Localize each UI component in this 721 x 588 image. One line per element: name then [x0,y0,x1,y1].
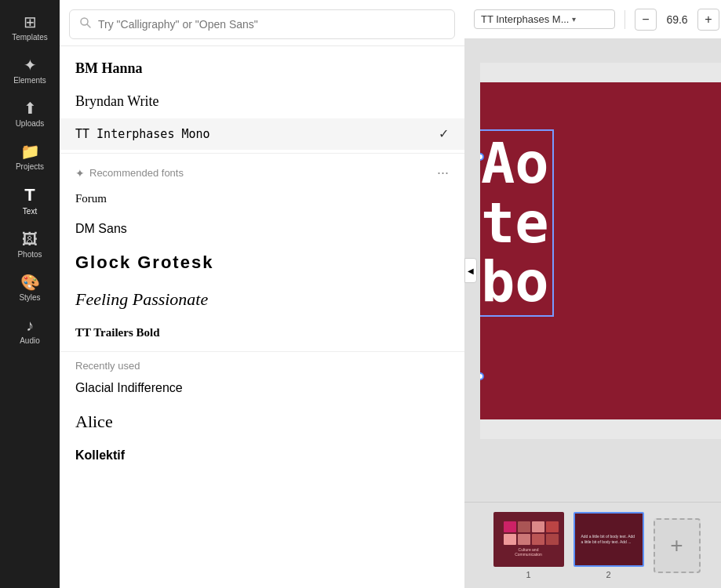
sidebar-item-label: Uploads [16,119,45,128]
font-item-alice[interactable]: Alice [60,404,464,441]
right-area: TT Interphases M... ▾ − 69.6 + ◀ Aotebo [464,0,721,588]
sidebar-item-uploads[interactable]: ⬆ Uploads [0,93,60,136]
sidebar-item-label: Audio [20,336,40,345]
font-selector[interactable]: TT Interphases M... ▾ [474,9,615,29]
sidebar-item-text[interactable]: T Text [0,179,60,223]
thumb-grid [504,521,552,545]
thumb2-body-text: Add a little bit of body text. Add a lit… [578,531,639,547]
selected-checkmark: ✓ [439,126,449,141]
svg-line-1 [87,24,90,27]
selection-handle-bottom-left[interactable] [480,372,484,380]
font-size-value: 69.6 [663,13,691,26]
font-item-bm-hanna[interactable]: BM Hanna [60,53,464,85]
audio-icon: ♪ [26,318,34,333]
sidebar-item-label: Templates [12,33,48,42]
divider-2 [60,351,464,352]
sidebar-item-audio[interactable]: ♪ Audio [0,310,60,353]
canvas-area: ◀ Aotebo [464,39,721,502]
recommended-label: Recommended fonts [89,167,184,179]
sidebar-item-label: Photos [17,250,42,259]
font-panel: BM Hanna Bryndan Write TT Interphases Mo… [60,0,464,588]
font-item-feeling-passionate[interactable]: Feeling Passionate [60,281,464,318]
font-item-tt-trailers[interactable]: TT Trailers Bold [60,318,464,348]
thumbnail-1[interactable]: Culture andCommunication [493,512,564,567]
projects-icon: 📁 [20,143,40,159]
font-item-glock[interactable]: Glock Grotesk [60,245,464,281]
font-selector-name: TT Interphases M... [481,13,569,25]
recently-used-label: Recently used [60,355,464,373]
sidebar-item-label: Styles [19,293,40,302]
sidebar: ⊞ Templates ✦ Elements ⬆ Uploads 📁 Proje… [0,0,60,588]
sidebar-item-styles[interactable]: 🎨 Styles [0,267,60,310]
sparkle-icon: ✦ [75,167,85,180]
sidebar-item-label: Text [23,207,37,216]
font-item-bryndan[interactable]: Bryndan Write [60,85,464,118]
font-item-tt-interphases[interactable]: TT Interphases Mono ✓ [60,118,464,150]
thumbnail-wrapper-1: Culture andCommunication 1 [493,512,564,579]
divider [60,153,464,154]
search-icon [79,16,92,32]
increase-font-size-button[interactable]: + [697,9,719,31]
sidebar-item-label: Elements [13,76,46,85]
toolbar: TT Interphases M... ▾ − 69.6 + [464,0,721,39]
font-list: BM Hanna Bryndan Write TT Interphases Mo… [60,46,464,588]
thumb-inner-1: Culture andCommunication [495,514,563,565]
sidebar-item-label: Projects [16,162,44,171]
thumb1-text: Culture andCommunication [515,547,542,557]
font-search-input[interactable] [98,18,445,31]
thumb-inner-2: Add a little bit of body text. Add a lit… [575,514,643,565]
thumb-number-2: 2 [606,570,610,579]
elements-icon: ✦ [24,57,37,73]
thumbnail-wrapper-2: Add a little bit of body text. Add a lit… [574,512,644,579]
font-item-kollektif[interactable]: Kollektif [60,441,464,471]
search-container[interactable] [69,9,455,39]
font-item-glacial[interactable]: Glacial Indifference [60,373,464,404]
decrease-font-size-button[interactable]: − [635,9,657,31]
thumbnail-strip: Culture andCommunication 1 Add a little … [464,502,721,588]
sidebar-item-templates[interactable]: ⊞ Templates [0,6,60,49]
styles-icon: 🎨 [20,274,40,290]
templates-icon: ⊞ [24,14,37,30]
slide-text-content[interactable]: Aotebo [480,129,554,317]
text-icon: T [24,187,35,204]
thumb-number-1: 1 [526,570,530,579]
canvas-content: Aotebo [480,63,721,439]
sidebar-item-photos[interactable]: 🖼 Photos [0,223,60,267]
font-item-dm-sans[interactable]: DM Sans [60,214,464,245]
collapse-panel-button[interactable]: ◀ [464,258,477,283]
uploads-icon: ⬆ [24,100,37,116]
add-page-button[interactable]: + [654,518,701,573]
recommended-more-button[interactable]: ··· [437,165,449,181]
chevron-down-icon: ▾ [572,15,576,24]
recommended-header-left: ✦ Recommended fonts [75,167,184,180]
photos-icon: 🖼 [22,231,38,247]
recommended-header: ✦ Recommended fonts ··· [60,157,464,184]
thumbnail-2[interactable]: Add a little bit of body text. Add a lit… [574,512,644,567]
slide-preview: Aotebo [480,82,721,419]
toolbar-divider [625,10,625,29]
search-bar [60,0,464,46]
sidebar-item-projects[interactable]: 📁 Projects [0,136,60,179]
sidebar-item-elements[interactable]: ✦ Elements [0,49,60,93]
font-item-forum[interactable]: Forum [60,184,464,214]
